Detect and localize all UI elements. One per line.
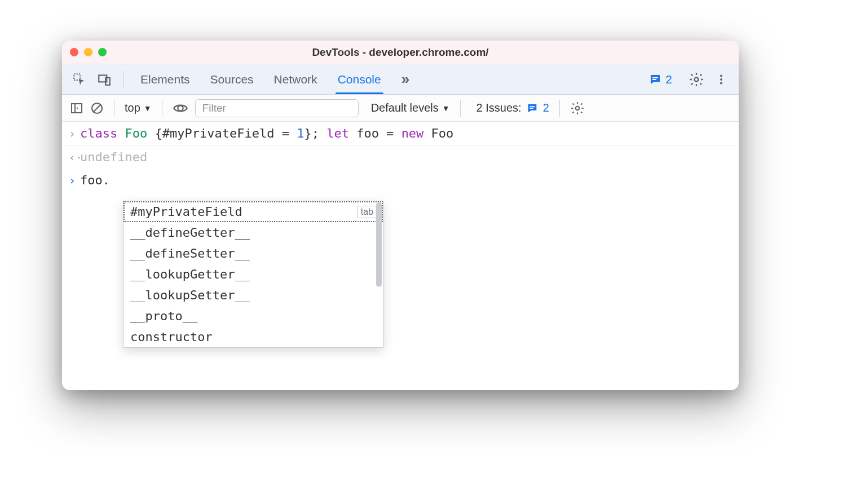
tab-sources[interactable]: Sources [210,66,254,93]
autocomplete-popup: #myPrivateFieldtab__defineGetter____defi… [123,201,383,348]
inspect-element-icon[interactable] [70,70,89,89]
tab-elements[interactable]: Elements [140,66,190,93]
console-input-text[interactable]: foo. [80,173,110,187]
main-toolbar: Elements Sources Network Console » 2 [62,64,739,95]
autocomplete-item[interactable]: __defineSetter__ [123,243,383,264]
more-tabs-icon[interactable]: » [401,70,407,88]
window-title: DevTools - developer.chrome.com/ [62,46,739,59]
log-levels-dropdown[interactable]: Default levels ▼ [371,101,450,114]
input-chevron-icon: › [69,127,76,140]
execution-context-label: top [125,101,140,114]
svg-rect-15 [529,108,533,109]
svg-rect-3 [652,77,658,78]
log-levels-label: Default levels [371,101,439,114]
svg-point-8 [720,82,722,84]
output-chevron-icon: ‹· [69,151,82,164]
console-settings-icon[interactable] [570,101,585,116]
console-prompt-row[interactable]: › foo. [62,169,739,192]
chevron-down-icon: ▼ [442,104,450,113]
console-result-value: undefined [80,150,147,164]
autocomplete-item[interactable]: #myPrivateFieldtab [123,201,383,222]
scrollbar-thumb[interactable] [376,202,382,287]
divider [114,100,114,117]
divider [162,100,162,117]
console-toolbar: top ▼ Default levels ▼ 2 Issues: 2 [62,95,739,122]
svg-point-7 [720,78,722,80]
tab-hint: tab [357,206,377,218]
titlebar: DevTools - developer.chrome.com/ [62,41,739,64]
console-result-row: ‹· undefined [62,145,739,169]
svg-point-16 [576,106,580,110]
divider [123,71,123,88]
issues-summary[interactable]: 2 Issues: 2 [476,101,549,114]
issues-badge[interactable]: 2 [648,73,672,86]
issues-label: 2 Issues: [476,101,522,114]
console-sidebar-toggle-icon[interactable] [70,101,83,115]
svg-point-5 [695,77,699,81]
settings-icon[interactable] [687,70,706,89]
device-toolbar-icon[interactable] [95,70,114,89]
svg-point-6 [720,74,722,77]
autocomplete-item[interactable]: __lookupGetter__ [123,264,383,285]
console-entry-row: › class Foo {#myPrivateField = 1}; let f… [62,122,739,145]
autocomplete-item[interactable]: constructor [123,326,383,347]
autocomplete-item[interactable]: __defineGetter__ [123,222,383,243]
console-entry-code: class Foo {#myPrivateField = 1}; let foo… [80,126,453,140]
live-expression-icon[interactable] [173,100,188,116]
svg-point-13 [178,105,183,110]
panel-tabs: Elements Sources Network Console [140,66,381,93]
execution-context-dropdown[interactable]: top ▼ [125,101,152,114]
zoom-window-button[interactable] [98,48,107,56]
tab-console[interactable]: Console [338,66,381,93]
tab-network[interactable]: Network [274,66,317,93]
issues-badge-count: 2 [665,73,672,86]
autocomplete-item[interactable]: __lookupSetter__ [123,285,383,306]
divider [559,100,560,117]
filter-input[interactable] [195,99,359,117]
autocomplete-item[interactable]: __proto__ [123,306,383,326]
clear-console-icon[interactable] [90,101,104,115]
minimize-window-button[interactable] [84,48,92,56]
console-output: › class Foo {#myPrivateField = 1}; let f… [62,122,739,390]
divider [460,100,461,117]
close-window-button[interactable] [70,48,78,56]
traffic-lights [70,48,107,56]
chevron-down-icon: ▼ [144,104,152,113]
svg-line-12 [94,105,100,112]
svg-rect-14 [529,106,535,107]
svg-rect-4 [652,79,656,80]
devtools-window: DevTools - developer.chrome.com/ Element… [62,41,739,390]
more-menu-icon[interactable] [712,70,731,89]
prompt-chevron-icon: › [69,174,76,187]
issues-count: 2 [543,101,549,114]
